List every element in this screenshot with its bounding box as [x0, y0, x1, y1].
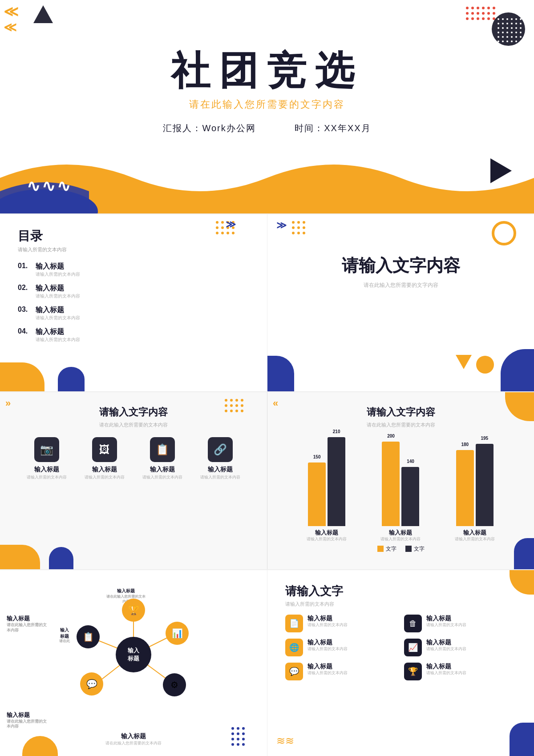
mindmap-node-lt: 📋 [77, 625, 100, 648]
svg-point-70 [292, 226, 295, 229]
bar-labels: 输入标题 请输入所需的文本内容 输入标题 请输入所需的文本内容 输入标题 请输入… [285, 529, 516, 542]
bar-1-orange: 150 [308, 462, 326, 526]
toc-subtitle: 请输入所需的文本内容 [18, 246, 249, 253]
svg-point-35 [520, 27, 522, 29]
svg-point-104 [242, 743, 245, 746]
svg-point-38 [506, 32, 508, 33]
slide6-title: 请输入文字 [285, 583, 516, 599]
svg-point-63 [216, 232, 218, 234]
svg-point-53 [520, 40, 522, 42]
deco-orange-blob-bl2 [0, 362, 44, 391]
bar-3-dark: 195 [476, 444, 494, 526]
deco-triangle-right [456, 355, 472, 369]
svg-point-68 [297, 221, 300, 224]
icon-label-1: 输入标题 [34, 466, 59, 474]
deco-dots-r2 [290, 219, 325, 237]
svg-point-81 [230, 404, 233, 407]
list-icon-1: 📄 [285, 615, 303, 632]
svg-point-25 [502, 23, 504, 24]
slide-4: « 请输入文字内容 请在此输入您所需要的文本内容 150 210 200 [267, 392, 534, 569]
icon-box-4: 🔗 [208, 437, 233, 462]
toc-item-2: 02. 输入标题 请输入所需的文本内容 [18, 284, 249, 299]
deco-circle-tr [492, 12, 525, 46]
bar-2-dark: 140 [401, 467, 419, 526]
slide5-outer-bottom-left: 输入标题 请在此输入您所需的文本内容 [7, 711, 47, 729]
svg-point-103 [237, 743, 239, 746]
mindmap-node-lb: 💬 [80, 672, 103, 696]
svg-point-74 [297, 232, 300, 234]
slide-34: » 请输入文字内容 请在此输入您所需要的文本内容 📷 输入标题 请输入所需的文本… [0, 391, 534, 569]
deco-orange-circle-r2 [476, 356, 494, 374]
slide-3: » 请输入文字内容 请在此输入您所需要的文本内容 📷 输入标题 请输入所需的文本… [0, 392, 267, 569]
icon-box-3: 📋 [150, 437, 175, 462]
chart-legend: 文字 文字 [285, 545, 516, 553]
deco-chevron-s4: « [273, 398, 278, 409]
svg-point-4 [487, 7, 490, 9]
list-icon-2: 🗑 [404, 615, 422, 632]
bar-group-1: 150 210 [308, 437, 345, 526]
svg-point-45 [511, 36, 513, 38]
deco-dots-s3-tr [222, 397, 258, 414]
icon-label-4: 输入标题 [208, 466, 233, 474]
legend-2: 文字 [405, 545, 425, 553]
slide3-sub: 请在此输入您所需要的文本内容 [18, 422, 249, 428]
svg-point-82 [235, 404, 238, 407]
svg-point-80 [225, 404, 227, 407]
svg-point-5 [493, 7, 495, 9]
svg-point-85 [230, 410, 233, 412]
slide-6: 请输入文字 请输入所需的文本内容 📄 输入标题 请输入所需的文本内容 🗑 输入标… [267, 570, 534, 756]
svg-point-98 [242, 732, 245, 735]
list-grid: 📄 输入标题 请输入所需的文本内容 🗑 输入标题 请输入所需的文本内容 🌐 输入… [285, 615, 516, 680]
svg-point-12 [466, 17, 469, 20]
svg-point-55 [216, 221, 218, 224]
mindmap: 输入 标题 🏆 📋 💬 ⚙ 📊 输入标题 请在此输入您所需的文本内容 输入标题 … [58, 588, 209, 721]
slide-5: 输入 标题 🏆 📋 💬 ⚙ 📊 输入标题 请在此输入您所需的文本内容 输入标题 … [0, 570, 267, 756]
svg-point-64 [221, 232, 224, 234]
list-icon-3: 🌐 [285, 639, 303, 656]
toc-item-3: 03. 输入标题 请输入所需的文本内容 [18, 306, 249, 321]
svg-point-47 [520, 36, 522, 38]
icon-sublabel-4: 请输入所需的文本内容 [200, 475, 240, 480]
svg-point-59 [216, 226, 218, 229]
slide4-sub: 请在此输入您所需要的文本内容 [285, 422, 516, 428]
svg-point-13 [471, 17, 474, 20]
svg-point-16 [487, 17, 490, 20]
deco-orange-bl3 [0, 545, 40, 569]
icon-sublabel-3: 请输入所需的文本内容 [142, 475, 182, 480]
slide2-right: ≫ 请输入文字内容 请在此输入您所需要的文字内容 [267, 214, 534, 391]
svg-point-48 [498, 40, 499, 42]
svg-point-9 [482, 12, 485, 15]
bar-label-1: 输入标题 请输入所需的文本内容 [307, 529, 347, 542]
icon-grid: 📷 输入标题 请输入所需的文本内容 🖼 输入标题 请输入所需的文本内容 📋 输入… [18, 437, 249, 480]
svg-point-100 [237, 738, 239, 740]
svg-point-21 [511, 18, 513, 20]
svg-point-40 [515, 32, 517, 33]
slide2-right-sub: 请在此输入您所需要的文字内容 [285, 281, 516, 289]
list-item-5: 💬 输入标题 请输入所需的文本内容 [285, 663, 398, 680]
list-icon-5: 💬 [285, 663, 303, 680]
svg-point-19 [502, 18, 504, 20]
icon-sublabel-1: 请输入所需的文本内容 [27, 475, 67, 480]
icon-item-2: 🖼 输入标题 请输入所需的文本内容 [79, 437, 130, 480]
deco-arrow-right [490, 158, 512, 183]
deco-chevron-tl: ≪ [4, 4, 19, 19]
bar-chart: 150 210 200 140 180 [285, 437, 516, 526]
svg-point-33 [511, 27, 513, 29]
list-item-2: 🗑 输入标题 请输入所需的文本内容 [404, 615, 517, 632]
deco-dots-sl5 [229, 725, 260, 747]
svg-point-27 [511, 23, 513, 24]
svg-point-14 [477, 17, 479, 20]
svg-point-20 [506, 18, 508, 20]
svg-point-52 [515, 40, 517, 42]
svg-point-30 [498, 27, 499, 29]
slide6-sub: 请输入所需的文本内容 [285, 601, 516, 607]
mindmap-node-top: 🏆 [122, 599, 145, 622]
bar-label-2: 输入标题 请输入所需的文本内容 [380, 529, 421, 542]
deco-chevron-s3: » [5, 398, 11, 409]
svg-point-2 [477, 7, 479, 9]
svg-point-29 [520, 23, 522, 24]
deco-dots-toc [214, 219, 258, 241]
slide3-title: 请输入文字内容 [18, 406, 249, 419]
svg-point-56 [221, 221, 224, 224]
svg-point-50 [506, 40, 508, 42]
